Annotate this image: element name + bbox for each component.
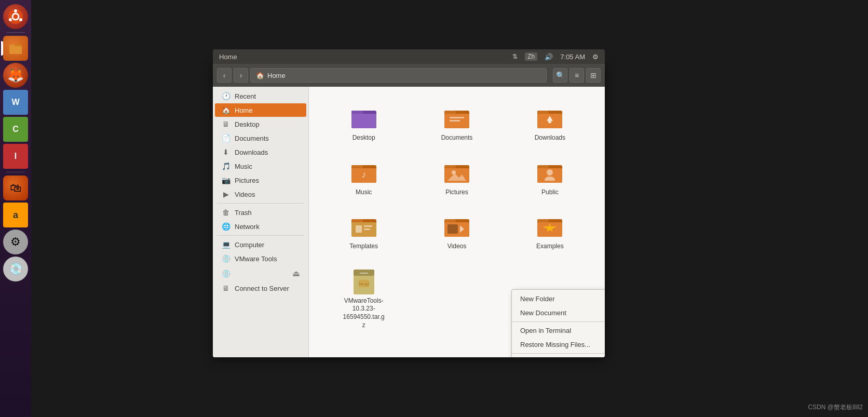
- file-item-public[interactable]: Public: [506, 152, 594, 202]
- sidebar-label-connect: Connect to Server: [235, 285, 289, 292]
- sidebar-item-computer[interactable]: 💻 Computer: [215, 238, 306, 251]
- context-menu-open-terminal[interactable]: Open in Terminal: [512, 324, 605, 338]
- taskbar-dvd[interactable]: 💿: [3, 257, 28, 281]
- recent-icon: 🕐: [221, 92, 230, 100]
- desktop-icon: 🖥: [221, 120, 230, 128]
- home-icon: 🏠: [221, 106, 230, 114]
- sidebar-sep-2: [217, 235, 304, 236]
- sidebar-label-home: Home: [235, 106, 253, 114]
- sidebar-item-desktop[interactable]: 🖥 Desktop: [215, 117, 306, 131]
- sidebar-item-vmwaretools[interactable]: 💿 VMware Tools: [215, 252, 306, 265]
- network-icon: 🌐: [221, 222, 230, 231]
- documents-label: Documents: [441, 134, 473, 142]
- trash-icon: 🗑: [221, 208, 230, 217]
- volume-icon[interactable]: 🔊: [545, 53, 553, 61]
- location-bar[interactable]: 🏠 Home: [250, 68, 547, 83]
- taskbar-calc[interactable]: C: [3, 117, 28, 142]
- sidebar-item-pictures[interactable]: 📷 Pictures: [215, 173, 306, 187]
- settings-icon[interactable]: ⚙: [592, 53, 599, 61]
- sidebar-item-recent[interactable]: 🕐 Recent: [215, 89, 306, 103]
- context-menu-new-folder[interactable]: New Folder: [512, 292, 605, 306]
- file-item-desktop[interactable]: Desktop: [319, 97, 408, 147]
- taskbar-files[interactable]: [3, 36, 28, 61]
- taskbar-firefox[interactable]: 🦊: [3, 63, 28, 88]
- ubuntu-icon: [7, 8, 24, 25]
- svg-rect-7: [9, 46, 22, 54]
- svg-rect-51: [360, 273, 368, 274]
- sidebar-item-documents[interactable]: 📄 Documents: [215, 131, 306, 145]
- file-item-videos[interactable]: Videos: [412, 206, 501, 256]
- context-menu-restore[interactable]: Restore Missing Files...: [512, 338, 605, 352]
- videos-icon: ▶: [221, 190, 230, 198]
- videos-folder-icon: [442, 211, 471, 240]
- svg-rect-38: [364, 225, 372, 227]
- body: 🕐 Recent 🏠 Home 🖥 Desktop 📄 Documents ⬇: [213, 87, 605, 357]
- downloads-label: Downloads: [535, 134, 565, 142]
- taskbar-divider-2: [6, 172, 25, 172]
- taskbar-appstore[interactable]: 🛍: [3, 176, 28, 200]
- file-item-templates[interactable]: Templates: [319, 206, 408, 256]
- svg-rect-39: [364, 228, 370, 230]
- sidebar-label-pictures: Pictures: [235, 177, 259, 184]
- sidebar-item-trash[interactable]: 🗑 Trash: [215, 206, 306, 219]
- sidebar-label-documents: Documents: [235, 134, 269, 142]
- list-view-button[interactable]: ≡: [569, 68, 584, 83]
- system-tray: ⇅ Zh 🔊 7:05 AM ⚙: [512, 52, 599, 61]
- svg-rect-53: [359, 280, 369, 287]
- file-item-documents[interactable]: Documents: [412, 97, 501, 147]
- file-item-examples[interactable]: Examples: [506, 206, 594, 256]
- svg-rect-15: [450, 120, 460, 122]
- vmware-icon: 💿: [221, 254, 230, 263]
- context-menu: New Folder New Document ▶ Open in Termin…: [511, 289, 605, 357]
- taskbar-ubuntu[interactable]: [3, 4, 28, 29]
- clock: 7:05 AM: [560, 53, 585, 61]
- taskbar-impress[interactable]: I: [3, 144, 28, 169]
- input-method[interactable]: Zh: [525, 52, 537, 61]
- taskbar-divider-1: [6, 32, 25, 33]
- music-folder-icon: ♪: [349, 157, 378, 186]
- network-tray-icon[interactable]: ⇅: [512, 53, 518, 60]
- sidebar-label-desktop: Desktop: [235, 120, 260, 128]
- search-button[interactable]: 🔍: [553, 68, 567, 83]
- svg-rect-43: [447, 224, 458, 234]
- system-topbar: Home ⇅ Zh 🔊 7:05 AM ⚙: [213, 49, 605, 64]
- file-item-vmwaretools-archive[interactable]: tar.gz VMwareTools-10.3.23-16594550.tar.…: [319, 260, 408, 334]
- taskbar: 🦊 W C I 🛍 a ⚙ 💿: [0, 0, 31, 417]
- taskbar-writer[interactable]: W: [3, 90, 28, 115]
- svg-point-3: [19, 18, 22, 21]
- public-label: Public: [541, 189, 559, 197]
- pictures-folder-icon: [442, 157, 471, 186]
- svg-rect-37: [356, 225, 362, 233]
- sidebar-label-music: Music: [235, 163, 252, 170]
- context-menu-new-document[interactable]: New Document ▶: [512, 306, 605, 320]
- context-menu-sep-1: [512, 321, 605, 322]
- sidebar-item-connect[interactable]: 🖥 Connect to Server: [215, 281, 306, 295]
- sidebar-item-network[interactable]: 🌐 Network: [215, 220, 306, 233]
- connect-icon: 🖥: [221, 284, 230, 292]
- desktop-folder-icon: [349, 102, 378, 131]
- file-item-pictures[interactable]: Pictures: [412, 152, 501, 202]
- downloads-icon: ⬇: [221, 148, 230, 156]
- context-menu-paste[interactable]: Paste: [512, 355, 605, 357]
- templates-folder-icon: [349, 211, 378, 240]
- grid-view-button[interactable]: ⊞: [586, 68, 601, 83]
- sidebar-label-computer: Computer: [235, 241, 264, 249]
- documents-icon: 📄: [221, 134, 230, 142]
- taskbar-amazon[interactable]: a: [3, 203, 28, 227]
- svg-point-33: [547, 169, 553, 176]
- main-content[interactable]: Desktop Docum: [309, 87, 605, 357]
- taskbar-settings[interactable]: ⚙: [3, 230, 28, 254]
- sidebar-item-home[interactable]: 🏠 Home: [215, 103, 306, 117]
- forward-button[interactable]: ›: [234, 68, 248, 83]
- eject-button[interactable]: ⏏: [292, 268, 300, 278]
- toolbar: ‹ › 🏠 Home 🔍 ≡ ⊞: [213, 64, 605, 87]
- file-item-music[interactable]: ♪ Music: [319, 152, 408, 202]
- sidebar-item-downloads[interactable]: ⬇ Downloads: [215, 145, 306, 159]
- sidebar-item-music[interactable]: 🎵 Music: [215, 159, 306, 173]
- back-button[interactable]: ‹: [217, 68, 232, 83]
- sidebar-label-videos: Videos: [235, 191, 255, 198]
- downloads-folder-icon: [535, 102, 564, 131]
- sidebar-item-videos[interactable]: ▶ Videos: [215, 187, 306, 201]
- sidebar-item-eject[interactable]: 💿 ⏏: [215, 266, 306, 281]
- file-item-downloads[interactable]: Downloads: [506, 97, 594, 147]
